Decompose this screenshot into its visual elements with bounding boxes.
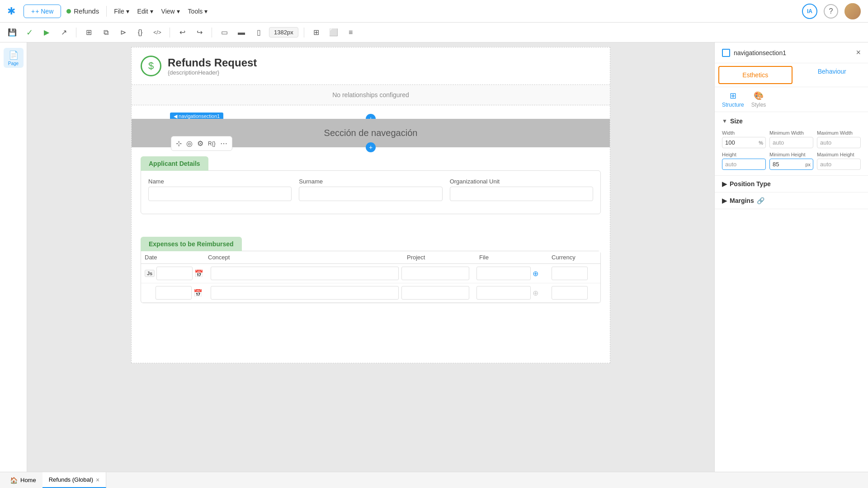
plus-icon: + — [31, 8, 35, 15]
divider — [106, 6, 107, 17]
panel-header: navigationsection1 × — [715, 42, 868, 63]
min-width-auto: auto — [770, 137, 787, 148]
comp-tool-style[interactable]: ◎ — [185, 138, 193, 149]
currency-input-1[interactable] — [552, 267, 588, 280]
file-input-1[interactable] — [476, 267, 531, 280]
expenses-section: Expenses to be Reimbursed Date Concept P… — [132, 228, 610, 312]
max-width-input-wrap: auto — [817, 137, 861, 148]
sub-tabs: ⊞ Structure 🎨 Styles — [715, 87, 868, 112]
tab-home[interactable]: 🏠 Home — [4, 472, 42, 488]
status-dot — [66, 9, 71, 14]
tablet-button[interactable]: ▬ — [235, 26, 248, 39]
comp-tool-settings[interactable]: ⚙ — [196, 138, 204, 149]
grid-button[interactable]: ⊞ — [310, 26, 323, 39]
field-org-unit-label: Organizational Unit — [450, 178, 593, 185]
height-input-wrap: auto — [722, 159, 766, 170]
width-unit: % — [759, 140, 765, 145]
desktop-button[interactable]: ▭ — [217, 26, 231, 39]
code-button[interactable]: {} — [133, 26, 147, 39]
layers-button[interactable]: ⧉ — [99, 26, 113, 39]
redo-button[interactable]: ↪ — [193, 26, 206, 39]
comp-tool-render[interactable]: R{} — [207, 140, 217, 148]
upload-icon-1[interactable]: ⊕ — [533, 269, 538, 278]
canvas-area[interactable]: $ Refunds Request {descriptionHeader} No… — [27, 42, 714, 472]
upload-icon-2[interactable]: ⊕ — [533, 289, 538, 297]
field-org-unit-input[interactable] — [450, 187, 593, 201]
sidebar-item-page[interactable]: 📄 Page — [4, 48, 24, 68]
date-input-2[interactable] — [156, 286, 192, 300]
file-input-2[interactable] — [476, 286, 531, 300]
size-grid: Width % Minimum Width auto Maximum Width — [722, 130, 861, 170]
min-width-label: Minimum Width — [769, 130, 813, 136]
height-auto: auto — [722, 159, 739, 169]
col-date: Date — [145, 254, 208, 261]
sub-tab-structure[interactable]: ⊞ Structure — [722, 91, 744, 108]
max-height-label: Maximum Height — [817, 152, 861, 157]
file-cell-2: ⊕ — [476, 286, 549, 300]
min-height-input[interactable] — [770, 159, 805, 169]
ia-badge[interactable]: IA — [802, 4, 817, 19]
tab-behaviour[interactable]: Behaviour — [796, 63, 868, 87]
project-input-2[interactable] — [401, 286, 469, 300]
applicant-section-content: Name Surname Organizational Unit — [141, 170, 601, 214]
concept-input-2[interactable] — [211, 286, 399, 300]
datasource-button[interactable]: ⊳ — [116, 26, 130, 39]
menu-tools[interactable]: Tools ▾ — [188, 8, 208, 15]
panel-close-button[interactable]: × — [856, 48, 861, 57]
field-height: Height auto — [722, 152, 766, 170]
menu-file[interactable]: File ▾ — [114, 8, 129, 15]
field-name-input[interactable] — [148, 187, 292, 201]
comp-tool-move[interactable]: ⊹ — [175, 138, 183, 149]
col-project: Project — [407, 254, 479, 261]
currency-input-2[interactable] — [552, 286, 588, 300]
comp-tool-more[interactable]: ⋯ — [219, 138, 228, 149]
avatar-image — [844, 3, 861, 19]
applicant-section: Applicant Details Name Surname Organizat… — [132, 147, 610, 214]
field-surname-input[interactable] — [299, 187, 442, 201]
play-button[interactable]: ▶ — [40, 26, 53, 39]
logo-icon: ✱ — [7, 5, 15, 17]
structure-label: Structure — [722, 102, 744, 108]
save-button[interactable]: 💾 — [5, 26, 19, 39]
drag-handle-bottom[interactable]: + — [366, 142, 376, 152]
tab-close-button[interactable]: × — [96, 476, 99, 483]
col-file: File — [479, 254, 552, 261]
calendar-icon-2[interactable]: 📅 — [193, 289, 203, 297]
avatar[interactable] — [844, 3, 861, 19]
export-button[interactable]: ↗ — [57, 26, 71, 39]
applicant-section-tab: Applicant Details — [141, 156, 208, 171]
col-concept: Concept — [208, 254, 407, 261]
canvas-page: $ Refunds Request {descriptionHeader} No… — [131, 47, 610, 363]
check-button[interactable]: ✓ — [23, 26, 36, 39]
settings-button[interactable]: ≡ — [344, 26, 358, 39]
size-section-header[interactable]: ▼ Size — [722, 117, 861, 125]
form-title: Refunds Request — [168, 56, 257, 69]
sub-tab-styles[interactable]: 🎨 Styles — [751, 91, 766, 108]
menu-view[interactable]: View ▾ — [161, 8, 180, 15]
tab-refunds-global[interactable]: Refunds (Global) × — [42, 472, 106, 488]
window-button[interactable]: ⬜ — [327, 26, 340, 39]
help-icon[interactable]: ? — [824, 4, 838, 19]
position-type-row[interactable]: ▶ Position Type — [715, 176, 868, 192]
tab-esthetics[interactable]: Esthetics — [718, 66, 793, 84]
project-input-1[interactable] — [401, 267, 469, 280]
toolbar: 💾 ✓ ▶ ↗ ⊞ ⧉ ⊳ {} </> ↩ ↪ ▭ ▬ ▯ 1382px ⊞ … — [0, 23, 868, 42]
new-button[interactable]: + + New — [24, 5, 61, 18]
components-button[interactable]: ⊞ — [82, 26, 95, 39]
undo-button[interactable]: ↩ — [175, 26, 189, 39]
mobile-button[interactable]: ▯ — [252, 26, 265, 39]
html-button[interactable]: </> — [151, 26, 164, 39]
width-input[interactable] — [722, 137, 759, 148]
margins-row[interactable]: ▶ Margins 🔗 — [715, 192, 868, 209]
calendar-icon-1[interactable]: 📅 — [194, 269, 203, 278]
right-panel: navigationsection1 × Esthetics Behaviour… — [714, 42, 868, 472]
structure-icon: ⊞ — [730, 91, 736, 101]
date-input-1[interactable] — [156, 267, 193, 280]
refunds-tab[interactable]: Refunds — [66, 7, 99, 15]
left-sidebar: 📄 Page — [0, 42, 27, 472]
menu-edit[interactable]: Edit ▾ — [137, 8, 153, 15]
field-min-width: Minimum Width auto — [769, 130, 813, 148]
tab-refunds-label: Refunds (Global) — [49, 476, 93, 483]
concept-input-1[interactable] — [211, 267, 399, 280]
field-max-height: Maximum Height auto — [817, 152, 861, 170]
